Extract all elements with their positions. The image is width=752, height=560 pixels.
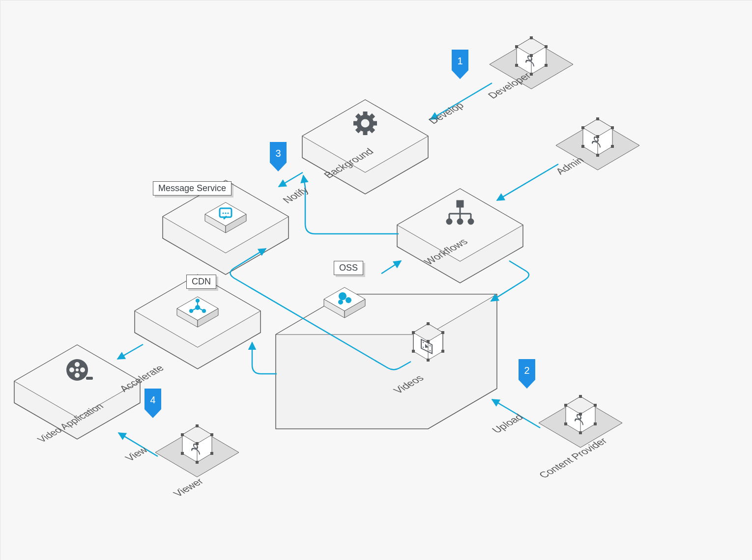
svg-line-11 [371,115,374,117]
actor-content-provider [539,395,622,448]
actor-viewer [155,424,239,477]
label-cdn: CDN [186,275,216,289]
svg-point-12 [362,120,369,127]
svg-text:2: 2 [524,365,529,376]
arrow-oss-wf [381,261,401,274]
svg-point-79 [76,368,79,371]
node-workflows [397,189,523,283]
svg-text:4: 4 [150,394,155,405]
svg-point-57 [339,292,347,300]
arrow-admin [497,164,558,200]
step-2: 2 [519,359,535,389]
svg-text:1: 1 [457,56,463,66]
svg-line-8 [357,115,359,117]
step-4: 4 [145,389,161,418]
svg-rect-20 [457,201,463,207]
svg-text:3: 3 [275,148,281,159]
label-message-service: Message Service [153,181,231,196]
svg-point-78 [80,367,85,372]
svg-point-21 [447,219,452,224]
actor-developer [490,36,573,89]
svg-rect-80 [86,377,93,380]
arrow-notify [279,172,303,187]
svg-line-10 [357,129,359,132]
svg-point-23 [468,219,473,224]
arrow-accelerate [117,344,143,359]
svg-point-30 [222,212,224,214]
diagram-canvas: 1 2 3 4 Developer Admin Content Provider… [0,0,752,560]
svg-point-76 [75,373,80,378]
arrow-videos-cdn [252,342,277,374]
svg-point-75 [75,362,80,367]
step-3: 3 [270,142,287,171]
svg-point-31 [225,212,226,214]
label-oss: OSS [334,261,363,275]
diagram-svg: 1 2 3 4 [0,0,752,560]
svg-point-59 [338,300,343,305]
node-oss-videos [276,287,498,429]
svg-point-32 [227,212,229,214]
svg-point-58 [346,297,351,303]
svg-point-77 [69,367,74,372]
svg-line-9 [371,129,374,132]
svg-point-22 [458,219,463,224]
step-1: 1 [452,50,468,79]
